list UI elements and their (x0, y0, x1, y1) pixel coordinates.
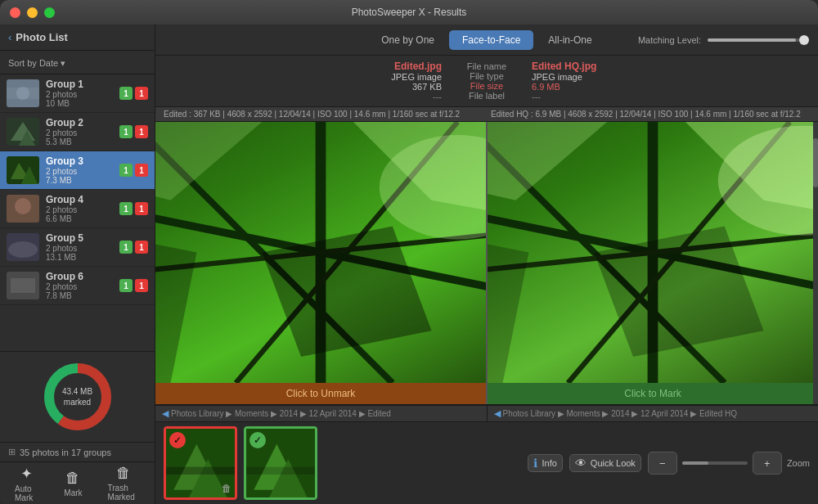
group-badges: 1 1 (119, 202, 148, 215)
strip-info-right: Edited HQ : 6.9 MB | 4608 x 2592 | 12/04… (483, 110, 810, 119)
tab-one-by-one[interactable]: One by One (368, 30, 447, 50)
left-path: Photos Library ▶ Moments ▶ 2014 ▶ 12 Apr… (171, 409, 391, 418)
group-details: 2 photos (46, 167, 119, 176)
maximize-button[interactable] (44, 7, 55, 18)
group-badges: 1 1 (119, 164, 148, 177)
group-thumbnail (7, 118, 39, 146)
mark-icon: 🗑 (65, 470, 80, 487)
badge-green: 1 (119, 87, 133, 100)
sort-bar[interactable]: Sort by Date ▾ (0, 51, 155, 74)
path-bars: ◀ Photos Library ▶ Moments ▶ 2014 ▶ 12 A… (155, 404, 818, 421)
right-filesize: 6.9 MB (532, 82, 560, 92)
expand-icon[interactable]: ⊞ (8, 447, 16, 457)
window-controls[interactable] (10, 7, 55, 18)
slider-thumb[interactable] (799, 35, 809, 45)
quick-look-label: Quick Look (591, 458, 636, 468)
mark-button[interactable]: 🗑 Mark (57, 466, 88, 501)
tab-all-in-one[interactable]: All-in-One (535, 30, 605, 50)
group-details: 2 photos (46, 244, 119, 253)
bottom-toolbar: ✦ Auto Mark 🗑 Mark 🗑 Trash Marked (0, 461, 155, 504)
matching-level-slider[interactable] (708, 38, 806, 42)
minimize-button[interactable] (27, 7, 38, 18)
badge-red: 1 (135, 241, 148, 254)
sidebar-footer: ⊞ 35 photos in 17 groups (0, 442, 155, 461)
zoom-decrease-button[interactable]: − (648, 452, 677, 475)
label-filetype: File type (470, 71, 504, 81)
matching-level-label: Matching Level: (638, 35, 701, 45)
meta-left: Edited.jpg JPEG image 367 KB --- (155, 59, 446, 103)
trash-marked-button[interactable]: 🗑 Trash Marked (101, 461, 146, 504)
mark-bar[interactable]: Click to Mark (488, 383, 818, 404)
badge-green: 1 (119, 164, 133, 177)
svg-point-10 (15, 198, 31, 214)
mark-label: Click to Mark (624, 388, 681, 399)
info-icon: ℹ (533, 457, 537, 470)
info-button[interactable]: ℹ Info (528, 454, 562, 472)
group-thumbnail (7, 156, 39, 184)
group-name: Group 2 (46, 117, 119, 128)
trash-label: Trash Marked (108, 484, 140, 502)
slider-fill (708, 38, 796, 42)
zoom-slider[interactable] (682, 461, 748, 465)
matching-level-control: Matching Level: (638, 35, 806, 45)
group-info: Group 5 2 photos 13.1 MB (46, 232, 119, 262)
thumb-trash-icon: 🗑 (222, 483, 231, 494)
main-layout: ‹ Photo List Sort by Date ▾ Group 1 2 ph… (0, 25, 818, 504)
group-item[interactable]: Group 6 2 photos 7.8 MB 1 1 (0, 267, 155, 305)
group-item[interactable]: Group 2 2 photos 5.3 MB 1 1 (0, 113, 155, 151)
tab-face-to-face[interactable]: Face-to-Face (449, 30, 533, 50)
top-nav: One by One Face-to-Face All-in-One Match… (155, 25, 818, 56)
zoom-label: Zoom (787, 458, 810, 468)
group-details: 2 photos (46, 128, 119, 137)
group-size: 10 MB (46, 99, 119, 108)
thumb-item-left[interactable]: ✓ 🗑 (164, 426, 237, 500)
sidebar-header[interactable]: ‹ Photo List (0, 25, 155, 51)
images-main: Click to Unmark (155, 122, 818, 404)
label-filesize: File size (470, 81, 503, 91)
info-label: Info (542, 458, 556, 468)
right-filename: Edited HQ.jpg (532, 61, 596, 72)
svg-point-2 (16, 87, 29, 100)
meta-right: Edited HQ.jpg JPEG image 6.9 MB --- (528, 59, 818, 103)
auto-mark-button[interactable]: ✦ Auto Mark (8, 461, 45, 505)
svg-rect-43 (166, 467, 235, 475)
group-item[interactable]: Group 1 2 photos 10 MB 1 1 (0, 74, 155, 113)
group-badges: 1 1 (119, 279, 148, 292)
donut-label: 43.4 MB marked (62, 386, 92, 407)
label-filelabel: File label (469, 91, 505, 101)
group-item[interactable]: Group 4 2 photos 6.6 MB 1 1 (0, 190, 155, 228)
group-info: Group 4 2 photos 6.6 MB (46, 194, 119, 223)
label-filename: File name (467, 61, 506, 71)
badge-red: 1 (135, 202, 148, 215)
scrollbar-thumb[interactable] (813, 138, 818, 187)
trash-icon: 🗑 (116, 465, 131, 482)
window-title: PhotoSweeper X - Results (352, 7, 467, 18)
group-item-active[interactable]: Group 3 2 photos 7.3 MB 1 1 (0, 151, 155, 190)
group-size: 7.3 MB (46, 176, 119, 185)
close-button[interactable] (10, 7, 20, 18)
strip-info-left: Edited : 367 KB | 4608 x 2592 | 12/04/14… (164, 110, 483, 119)
svg-rect-47 (246, 467, 315, 475)
back-arrow-icon[interactable]: ‹ (8, 31, 11, 43)
group-thumbnail (7, 233, 39, 261)
auto-mark-icon: ✦ (20, 465, 33, 483)
group-badges: 1 1 (119, 241, 148, 254)
group-thumbnail (7, 79, 39, 107)
group-info: Group 1 2 photos 10 MB (46, 79, 119, 108)
unmark-bar[interactable]: Click to Unmark (155, 383, 486, 404)
left-image-pane: Click to Unmark (155, 122, 488, 404)
group-thumbnail (7, 272, 39, 299)
left-filesize: 367 KB (412, 82, 442, 92)
badge-green: 1 (119, 202, 133, 215)
zoom-increase-button[interactable]: + (753, 452, 782, 475)
title-bar: PhotoSweeper X - Results (0, 0, 818, 25)
sort-label[interactable]: Sort by Date ▾ (8, 58, 65, 68)
mark-label: Mark (64, 488, 82, 497)
donut-size: 43.4 MB (62, 386, 92, 397)
group-item[interactable]: Group 5 2 photos 13.1 MB 1 1 (0, 228, 155, 267)
vertical-scrollbar[interactable] (813, 122, 818, 404)
svg-point-12 (8, 241, 38, 258)
thumb-item-right[interactable]: ✓ (244, 426, 317, 500)
meta-center: File name File type File size File label (446, 60, 528, 102)
quick-look-button[interactable]: 👁 Quick Look (569, 454, 641, 472)
